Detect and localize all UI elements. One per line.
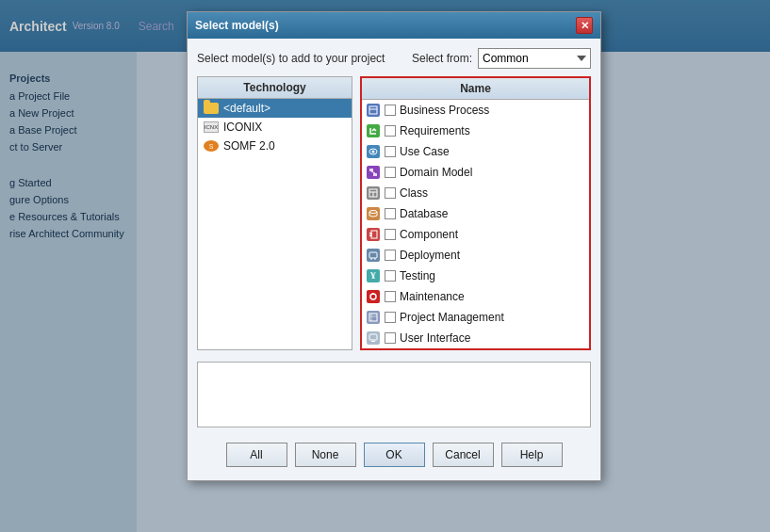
technology-panel: Technology <default> ICNX ICONIX S SOMF … [197,76,352,350]
svg-rect-5 [373,173,377,176]
svg-rect-19 [369,314,377,321]
tech-item-label-iconix: ICONIX [223,121,262,134]
svg-rect-23 [371,341,375,342]
iconix-icon: ICNX [204,121,219,133]
svg-rect-22 [369,334,377,340]
checkbox-use-case[interactable] [385,146,396,157]
tech-item-default[interactable]: <default> [198,99,352,118]
checkbox-user-interface[interactable] [385,332,396,344]
model-label-deployment: Deployment [400,249,460,262]
domain-icon [366,165,381,180]
dialog-instruction: Select model(s) to add to your project [197,52,385,65]
uc-icon [366,144,381,159]
ok-button[interactable]: OK [364,443,425,467]
model-label-maintenance: Maintenance [400,290,465,303]
svg-rect-11 [371,231,377,238]
model-item-use-case[interactable]: Use Case [362,141,589,162]
tech-item-label-default: <default> [223,102,270,115]
cancel-button[interactable]: Cancel [433,443,494,467]
req-icon [366,123,381,138]
model-item-business-process[interactable]: Business Process [362,100,589,121]
model-list: Business Process Requirements Use Case [362,100,589,348]
model-label-requirements: Requirements [400,124,470,137]
name-panel: Name Business Process Requirements [360,76,591,350]
model-label-project-management: Project Management [400,311,504,324]
ui-icon [366,330,381,346]
class-icon [366,185,381,201]
bp-icon [366,103,381,118]
svg-rect-4 [369,169,373,171]
svg-rect-0 [369,106,377,114]
checkbox-domain-model[interactable] [385,167,396,178]
help-button[interactable]: Help [501,443,563,467]
model-item-deployment[interactable]: Deployment [362,245,589,266]
model-item-database[interactable]: Database [362,203,589,224]
checkbox-class[interactable] [385,187,396,199]
panels-row: Technology <default> ICNX ICONIX S SOMF … [197,76,591,350]
model-item-component[interactable]: Component [362,224,589,245]
select-from-label: Select from: [412,52,472,65]
tech-item-iconix[interactable]: ICNX ICONIX [198,118,352,137]
tech-list: <default> ICNX ICONIX S SOMF 2.0 [198,99,352,349]
checkbox-database[interactable] [385,208,396,219]
svg-rect-13 [369,235,372,237]
model-item-testing[interactable]: Testing [362,266,589,286]
select-from-dropdown[interactable]: Common All Custom [478,48,591,69]
dialog-close-button[interactable]: ✕ [576,17,593,34]
deploy-icon [366,248,381,263]
none-button[interactable]: None [295,443,356,467]
folder-icon [204,103,219,114]
model-item-class[interactable]: Class [362,183,589,203]
svg-rect-12 [369,233,372,234]
model-item-requirements[interactable]: Requirements [362,121,589,141]
model-item-user-interface[interactable]: User Interface [362,328,589,348]
description-area [197,362,591,427]
model-item-domain-model[interactable]: Domain Model [362,162,589,183]
svg-rect-14 [369,252,377,258]
model-label-component: Component [400,228,458,241]
dialog-titlebar: Select model(s) ✕ [188,12,600,39]
tech-item-label-somf: SOMF 2.0 [223,139,275,153]
checkbox-maintenance[interactable] [385,291,396,302]
pm-icon [366,310,381,325]
model-label-class: Class [400,186,428,200]
somf-icon: S [204,140,219,152]
tech-panel-header: Technology [198,77,352,99]
svg-line-6 [371,171,375,173]
checkbox-component[interactable] [385,229,396,240]
model-label-user-interface: User Interface [400,331,470,345]
checkbox-deployment[interactable] [385,250,396,261]
svg-point-10 [369,211,377,214]
model-label-business-process: Business Process [400,104,489,117]
model-label-database: Database [400,207,448,220]
svg-point-3 [372,151,375,153]
checkbox-testing[interactable] [385,270,396,282]
db-icon [366,206,381,221]
test-icon [366,268,381,283]
model-label-domain-model: Domain Model [400,166,472,179]
dialog-title: Select model(s) [195,19,279,32]
select-from-row: Select from: Common All Custom [412,48,591,69]
name-panel-header: Name [362,78,589,100]
select-models-dialog: Select model(s) ✕ Select model(s) to add… [187,11,601,481]
model-item-maintenance[interactable]: Maintenance [362,286,589,307]
all-button[interactable]: All [226,443,287,467]
maint-icon [366,289,381,304]
checkbox-requirements[interactable] [385,125,396,137]
checkbox-business-process[interactable] [385,105,396,116]
model-label-testing: Testing [400,269,435,282]
checkbox-project-management[interactable] [385,312,396,323]
model-label-use-case: Use Case [400,145,450,158]
tech-item-somf[interactable]: S SOMF 2.0 [198,137,352,155]
button-row: All None OK Cancel Help [197,435,591,471]
dialog-top-row: Select model(s) to add to your project S… [197,48,591,69]
model-item-project-management[interactable]: Project Management [362,307,589,328]
comp-icon [366,227,381,242]
dialog-body: Select model(s) to add to your project S… [188,39,600,480]
